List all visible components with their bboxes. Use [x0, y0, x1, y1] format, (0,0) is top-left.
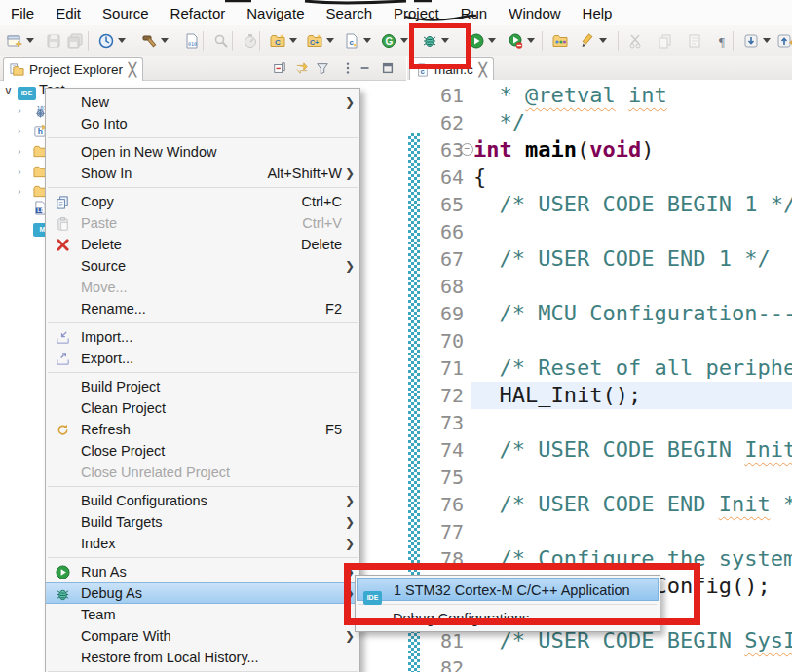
line-number[interactable]: 62: [421, 109, 464, 136]
menu-item-compare-with[interactable]: Compare With❯: [46, 625, 359, 647]
line-number[interactable]: 71: [421, 355, 464, 382]
debug-button[interactable]: [419, 29, 440, 53]
line-number[interactable]: 66: [421, 218, 464, 245]
menu-item-label: Move...: [81, 280, 128, 295]
menu-item-go-into[interactable]: Go Into: [46, 113, 359, 134]
binary-file-button[interactable]: 010: [181, 29, 203, 53]
line-number[interactable]: 63: [421, 136, 464, 164]
maximize-icon[interactable]: [379, 59, 396, 77]
view-menu-icon[interactable]: [339, 59, 357, 77]
dropdown-arrow-icon[interactable]: [527, 38, 535, 43]
pen-button[interactable]: [577, 29, 598, 53]
line-number[interactable]: 77: [421, 518, 464, 545]
line-number[interactable]: 61: [421, 82, 464, 109]
dropdown-arrow-icon[interactable]: [400, 38, 408, 43]
menu-window[interactable]: Window: [498, 3, 571, 23]
line-number[interactable]: 74: [421, 436, 464, 464]
device-config-button[interactable]: [95, 29, 117, 53]
filter-funnel-icon[interactable]: [314, 59, 331, 77]
menu-item-build-configurations[interactable]: Build Configurations❯: [46, 490, 359, 511]
build-hammer-button[interactable]: [138, 29, 160, 53]
line-number[interactable]: 67: [421, 245, 464, 273]
close-icon[interactable]: ╳: [129, 62, 136, 77]
line-number[interactable]: 69: [421, 300, 464, 327]
menu-search[interactable]: Search: [315, 3, 383, 23]
new-c-project-button[interactable]: C: [267, 29, 288, 53]
close-icon[interactable]: ╳: [479, 62, 487, 77]
submenu-item-debug-configurations[interactable]: Debug Configurations...: [357, 608, 659, 629]
menu-file[interactable]: File: [0, 3, 45, 23]
menu-item-team[interactable]: Team: [46, 604, 359, 625]
menu-navigate[interactable]: Navigate: [236, 3, 315, 23]
menu-edit[interactable]: Edit: [45, 3, 92, 23]
menu-help[interactable]: Help: [572, 3, 623, 23]
line-number[interactable]: 68: [421, 273, 464, 300]
dropdown-arrow-icon[interactable]: [161, 38, 169, 43]
tab-main-c[interactable]: c main.c ╳: [409, 57, 494, 81]
external-tools-button[interactable]: [505, 29, 526, 53]
menu-item-run-as[interactable]: Run As❯: [46, 561, 359, 582]
menu-run[interactable]: Run: [450, 3, 499, 23]
dropdown-arrow-icon[interactable]: [289, 38, 297, 43]
chevron-right-icon[interactable]: ›: [18, 185, 21, 197]
line-number[interactable]: 72: [421, 382, 464, 409]
submenu-item-1-stm32-cortex-m-c-c-application[interactable]: IDE1 STM32 Cortex-M C/C++ Application: [357, 578, 659, 601]
dropdown-arrow-icon[interactable]: [363, 38, 371, 43]
menu-item-copy[interactable]: CopyCtrl+C: [46, 191, 359, 212]
new-cpp-project-button[interactable]: C+: [304, 29, 325, 53]
dropdown-arrow-icon[interactable]: [326, 38, 334, 43]
run-button[interactable]: [466, 29, 487, 53]
menu-item-delete[interactable]: DeleteDelete: [46, 234, 359, 255]
menu-item-rename[interactable]: Rename...F2: [46, 298, 359, 319]
new-wizard-button[interactable]: [4, 29, 25, 53]
line-number[interactable]: 70: [421, 327, 464, 355]
line-number[interactable]: 64: [421, 164, 464, 191]
menu-item-show-in[interactable]: Show InAlt+Shift+W❯: [46, 163, 359, 184]
line-number[interactable]: 65: [421, 191, 464, 218]
menu-item-index[interactable]: Index❯: [46, 533, 359, 554]
tab-project-explorer[interactable]: Project Explorer ╳: [3, 57, 143, 81]
chevron-right-icon[interactable]: ›: [18, 125, 21, 136]
minimize-icon[interactable]: [357, 59, 374, 77]
link-editor-icon[interactable]: [293, 59, 311, 77]
line-number[interactable]: 78: [421, 545, 464, 573]
menu-item-new[interactable]: New❯: [46, 92, 359, 113]
chevron-right-icon[interactable]: ›: [18, 104, 21, 116]
chevron-right-icon[interactable]: ›: [18, 145, 21, 157]
last-edit-button[interactable]: [785, 29, 792, 53]
menu-item-restore-from-local-history[interactable]: Restore from Local History...: [46, 647, 359, 668]
dropdown-arrow-icon[interactable]: [488, 38, 496, 43]
fold-marker-icon[interactable]: −: [461, 143, 473, 156]
menu-item-build-targets[interactable]: Build Targets❯: [46, 511, 359, 533]
dropdown-arrow-icon[interactable]: [441, 38, 449, 43]
menu-item-refresh[interactable]: RefreshF5: [46, 419, 359, 440]
new-c-file-button[interactable]: c: [341, 29, 362, 53]
pilcrow-button[interactable]: ¶: [713, 29, 735, 53]
chevron-down-icon[interactable]: ∨: [4, 84, 13, 97]
menu-item-close-project[interactable]: Close Project: [46, 440, 359, 462]
chevron-right-icon[interactable]: ›: [18, 166, 21, 177]
dropdown-arrow-icon[interactable]: [118, 38, 126, 43]
menu-item-export[interactable]: Export...: [46, 348, 359, 369]
dropdown-arrow-icon[interactable]: [599, 38, 607, 43]
menu-item-clean-project[interactable]: Clean Project: [46, 397, 359, 419]
line-number[interactable]: 76: [421, 491, 464, 518]
line-number[interactable]: 73: [421, 409, 464, 436]
menu-project[interactable]: Project: [383, 3, 450, 23]
menu-item-label: Go Into: [81, 116, 128, 131]
collapse-all-icon[interactable]: [271, 59, 288, 77]
open-folder-button[interactable]: [549, 29, 571, 53]
dropdown-arrow-icon[interactable]: [26, 38, 34, 43]
dropdown-arrow-icon[interactable]: [763, 38, 771, 43]
menu-item-import[interactable]: Import...: [46, 326, 359, 348]
new-class-button[interactable]: G: [378, 29, 399, 53]
menu-item-debug-as[interactable]: Debug As❯: [46, 582, 359, 604]
menu-item-source[interactable]: Source❯: [46, 255, 359, 277]
menu-item-build-project[interactable]: Build Project: [46, 376, 359, 397]
menu-source[interactable]: Source: [92, 3, 160, 23]
menu-refactor[interactable]: Refactor: [160, 3, 237, 23]
next-annotation-button[interactable]: [740, 29, 762, 53]
line-number[interactable]: 75: [421, 464, 464, 491]
line-number[interactable]: 82: [421, 654, 464, 672]
menu-item-open-in-new-window[interactable]: Open in New Window: [46, 141, 359, 163]
